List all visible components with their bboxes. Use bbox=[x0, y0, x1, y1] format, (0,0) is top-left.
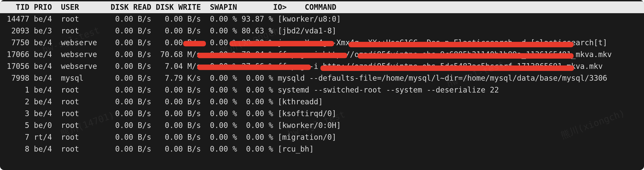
cell-user: webserve bbox=[61, 49, 102, 60]
cell-disk-read: 0.00 B/s bbox=[102, 143, 151, 155]
cell-user: root bbox=[61, 84, 102, 96]
process-row: 1 be/4 root0.00 B/s0.00 B/s0.00 %0.00 %s… bbox=[0, 84, 644, 96]
cell-disk-write: 0.00 B/s bbox=[151, 143, 201, 155]
redaction-bar bbox=[320, 66, 574, 71]
process-row: 14477 be/4 root0.00 B/s0.00 B/s0.00 %93.… bbox=[0, 13, 644, 25]
cell-user: mysql bbox=[61, 72, 102, 84]
cell-disk-write: 0.00 B/s bbox=[151, 108, 201, 120]
cell-disk-write: 0.00 B/s bbox=[151, 120, 201, 131]
process-row: 3 be/4 root0.00 B/s0.00 B/s0.00 %0.00 %[… bbox=[0, 108, 644, 120]
cell-io: 0.00 % bbox=[237, 96, 273, 108]
cell-prio: be/4 bbox=[34, 96, 56, 108]
cell-disk-write: 0.00 B/s bbox=[151, 131, 201, 143]
cell-user: root bbox=[61, 13, 102, 25]
col-disk-write: DISK WRITE bbox=[151, 1, 201, 13]
col-io: IO> bbox=[251, 1, 287, 13]
cell-tid: 5 bbox=[2, 120, 29, 131]
cell-prio: be/0 bbox=[34, 120, 56, 131]
cell-prio: be/3 bbox=[34, 25, 56, 37]
cell-command: [rcu_bh] bbox=[273, 143, 314, 155]
cell-disk-write: 7.79 K/s bbox=[151, 72, 201, 84]
cell-disk-write: 0.00 B/s bbox=[151, 13, 201, 25]
cell-disk-write: 0.00 B/s bbox=[151, 96, 201, 108]
cell-swapin: 0.00 % bbox=[201, 131, 237, 143]
cell-swapin: 0.00 % bbox=[201, 143, 237, 155]
cell-disk-read: 0.00 B/s bbox=[102, 108, 151, 120]
cell-user: root bbox=[61, 96, 102, 108]
cell-io: 0.00 % bbox=[237, 108, 273, 120]
cell-user: root bbox=[61, 131, 102, 143]
cell-user: root bbox=[61, 25, 102, 37]
iotop-terminal: TID PRIO USERDISK READDISK WRITESWAPIN I… bbox=[0, 0, 644, 170]
cell-disk-read: 0.00 B/s bbox=[102, 131, 151, 143]
cell-prio: rt/4 bbox=[34, 131, 56, 143]
table-header-row: TID PRIO USERDISK READDISK WRITESWAPIN I… bbox=[0, 1, 644, 13]
redaction-bar bbox=[197, 64, 311, 70]
cell-user: webserve bbox=[61, 60, 102, 72]
cell-io: 0.00 % bbox=[237, 131, 273, 143]
cell-disk-read: 0.00 B/s bbox=[102, 96, 151, 108]
cell-tid: 7 bbox=[2, 131, 29, 143]
process-row: 2 be/4 root0.00 B/s0.00 B/s0.00 %0.00 %[… bbox=[0, 96, 644, 108]
col-swapin: SWAPIN bbox=[201, 1, 237, 13]
redaction-bar bbox=[358, 53, 574, 59]
cell-disk-read: 0.00 B/s bbox=[102, 60, 151, 72]
cell-command: [ksoftirqd/0] bbox=[273, 108, 336, 120]
process-row: 7 rt/4 root0.00 B/s0.00 B/s0.00 %0.00 %[… bbox=[0, 131, 644, 143]
cell-swapin: 0.00 % bbox=[201, 25, 237, 37]
cell-prio: be/4 bbox=[34, 49, 56, 60]
cell-tid: 7750 bbox=[2, 37, 29, 49]
cell-swapin: 0.00 % bbox=[201, 13, 237, 25]
cell-tid: 7998 bbox=[2, 72, 29, 84]
cell-disk-read: 0.00 B/s bbox=[102, 13, 151, 25]
process-table-body: 14477 be/4 root0.00 B/s0.00 B/s0.00 %93.… bbox=[0, 13, 644, 155]
redaction-bar bbox=[197, 53, 347, 58]
cell-prio: be/4 bbox=[34, 108, 56, 120]
cell-prio: be/4 bbox=[34, 13, 56, 25]
cell-tid: 3 bbox=[2, 108, 29, 120]
col-command: COMMAND bbox=[305, 3, 336, 12]
col-tid: TID bbox=[2, 1, 29, 13]
cell-swapin: 0.00 % bbox=[201, 72, 237, 84]
cell-swapin: 0.00 % bbox=[201, 84, 237, 96]
cell-command: [kworker/0:0H] bbox=[273, 120, 341, 131]
cell-command: mysqld --defaults-file=/home/mysql/l~dir… bbox=[273, 72, 607, 84]
cell-tid: 8 bbox=[2, 143, 29, 155]
cell-swapin: 0.00 % bbox=[201, 120, 237, 131]
cell-disk-read: 0.00 B/s bbox=[102, 49, 151, 60]
cell-io: 80.63 % bbox=[237, 25, 273, 37]
cell-prio: be/4 bbox=[34, 60, 56, 72]
cell-command: [jbd2/vda1-8] bbox=[273, 25, 336, 37]
cell-user: webserve bbox=[61, 37, 102, 49]
cell-prio: be/4 bbox=[34, 72, 56, 84]
redaction-bar bbox=[183, 41, 206, 46]
cell-tid: 14477 bbox=[2, 13, 29, 25]
cell-prio: be/4 bbox=[34, 84, 56, 96]
cell-tid: 1 bbox=[2, 84, 29, 96]
cell-tid: 17056 bbox=[2, 60, 29, 72]
redaction-bar bbox=[230, 41, 334, 46]
cell-tid: 2 bbox=[2, 96, 29, 108]
cell-disk-read: 0.00 B/s bbox=[102, 72, 151, 84]
col-user: USER bbox=[61, 1, 102, 13]
cell-io: 0.00 % bbox=[237, 72, 273, 84]
cell-command: systemd --switched-root --system --deser… bbox=[273, 84, 499, 96]
cell-disk-read: 0.00 B/s bbox=[102, 37, 151, 49]
process-row: 7998 be/4 mysql0.00 B/s7.79 K/s0.00 %0.0… bbox=[0, 72, 644, 84]
cell-io: 93.87 % bbox=[237, 13, 273, 25]
col-prio: PRIO bbox=[34, 1, 56, 13]
cell-io: 0.00 % bbox=[237, 84, 273, 96]
process-row: 8 be/4 root0.00 B/s0.00 B/s0.00 %0.00 %[… bbox=[0, 143, 644, 155]
cell-disk-write: 0.00 B/s bbox=[151, 84, 201, 96]
cell-io: 0.00 % bbox=[237, 143, 273, 155]
cell-disk-write: 0.00 B/s bbox=[151, 25, 201, 37]
cell-swapin: 0.00 % bbox=[201, 96, 237, 108]
cell-disk-read: 0.00 B/s bbox=[102, 84, 151, 96]
cell-tid: 17066 bbox=[2, 49, 29, 60]
cell-swapin: 0.00 % bbox=[201, 108, 237, 120]
cell-user: root bbox=[61, 108, 102, 120]
cell-command: [migration/0] bbox=[273, 131, 336, 143]
col-disk-read: DISK READ bbox=[102, 1, 151, 13]
cell-disk-write: 7.04 M/s bbox=[151, 60, 201, 72]
cell-user: root bbox=[61, 120, 102, 131]
